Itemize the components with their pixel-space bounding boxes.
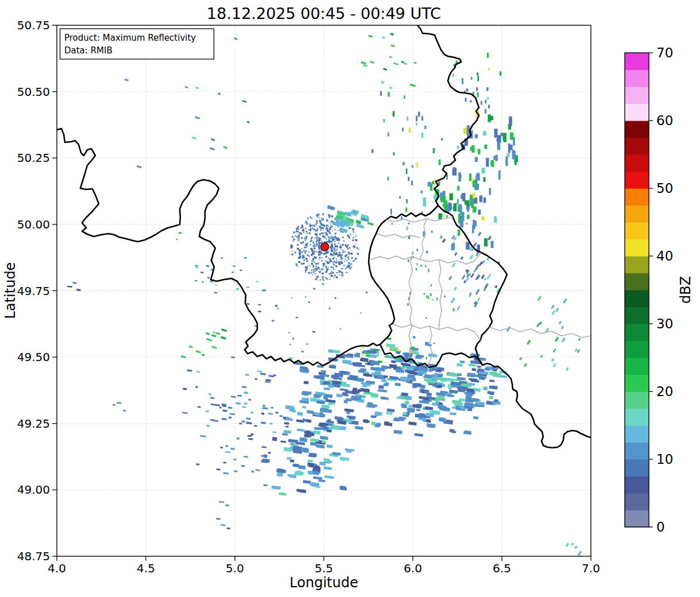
echo-pixel <box>462 81 463 84</box>
echo-pixel <box>471 145 475 153</box>
echo-pixel <box>308 301 310 303</box>
clutter-dot <box>339 246 342 249</box>
echo-pixel <box>466 88 468 91</box>
clutter-dot <box>296 231 297 232</box>
clutter-dot <box>312 224 314 226</box>
clutter-dot <box>329 259 331 261</box>
echo-pixel <box>440 214 443 218</box>
echo-pixel <box>484 177 486 182</box>
clutter-dot <box>339 264 341 265</box>
echo-pixel <box>234 459 237 460</box>
clutter-dot <box>342 244 343 246</box>
echo-pixel <box>446 215 448 218</box>
clutter-dot <box>320 223 321 224</box>
colorbar-segment <box>625 87 649 104</box>
clutter-dot <box>300 258 301 259</box>
clutter-dot <box>341 263 342 264</box>
echo-pixel <box>484 197 486 203</box>
echo-pixel <box>486 158 489 167</box>
clutter-dot <box>320 252 323 254</box>
echo-pixel <box>416 123 417 126</box>
echo-pixel <box>405 207 407 212</box>
clutter-dot <box>338 271 340 273</box>
echo-pixel <box>388 92 389 96</box>
clutter-dot <box>349 247 350 249</box>
clutter-dot <box>335 232 337 234</box>
clutter-dot <box>327 266 328 268</box>
clutter-dot <box>296 236 297 237</box>
clutter-dot <box>326 254 327 255</box>
clutter-dot <box>314 246 315 247</box>
clutter-dot <box>327 252 328 254</box>
clutter-dot <box>313 272 315 273</box>
clutter-dot <box>305 269 307 271</box>
echo-pixel <box>385 382 389 385</box>
echo-pixel <box>355 352 360 356</box>
clutter-dot <box>292 236 293 238</box>
clutter-dot <box>323 280 324 281</box>
clutter-dot <box>334 241 335 242</box>
clutter-dot <box>350 263 352 265</box>
echo-pixel <box>237 437 239 440</box>
clutter-dot <box>322 242 323 243</box>
echo-pixel <box>467 215 470 219</box>
echo-pixel <box>426 317 427 319</box>
clutter-dot <box>342 258 343 259</box>
clutter-dot <box>351 253 353 254</box>
clutter-dot <box>300 252 301 253</box>
clutter-dot <box>315 245 317 246</box>
echo-pixel <box>270 422 273 424</box>
colorbar-segment <box>625 53 649 70</box>
clutter-dot <box>307 246 308 247</box>
clutter-dot <box>349 258 349 259</box>
echo-pixel <box>334 297 337 299</box>
clutter-dot <box>337 249 338 250</box>
echo-pixel <box>292 338 294 339</box>
colorbar-segment <box>625 138 649 155</box>
echo-pixel <box>244 402 247 405</box>
clutter-dot <box>330 224 331 225</box>
clutter-dot <box>349 236 350 238</box>
clutter-dot <box>291 254 293 255</box>
y-tick-label: 49.75 <box>17 284 50 298</box>
echo-pixel <box>436 298 438 300</box>
clutter-dot <box>322 219 323 220</box>
echo-pixel <box>416 268 417 270</box>
clutter-dot <box>356 258 357 259</box>
echo-pixel <box>363 419 368 423</box>
clutter-dot <box>327 236 328 237</box>
clutter-dot <box>319 269 320 270</box>
echo-pixel <box>421 116 423 121</box>
clutter-dot <box>306 260 308 262</box>
clutter-dot <box>311 239 311 240</box>
clutter-dot <box>332 267 334 268</box>
echo-pixel <box>465 98 467 102</box>
echo-pixel <box>478 210 481 215</box>
clutter-dot <box>342 252 343 253</box>
echo-pixel <box>477 92 478 98</box>
clutter-dot <box>302 263 304 265</box>
y-tick-label: 50.00 <box>17 218 50 231</box>
clutter-dot <box>329 279 330 280</box>
clutter-dot <box>311 218 313 219</box>
x-tick-label: 6.5 <box>493 561 511 575</box>
clutter-dot <box>330 227 331 228</box>
echo-pixel <box>307 419 311 422</box>
echo-pixel <box>492 385 497 389</box>
clutter-dot <box>306 247 307 248</box>
clutter-dot <box>336 253 338 255</box>
clutter-dot <box>341 268 342 269</box>
echo-pixel <box>403 412 407 416</box>
colorbar-tick-label: 30 <box>656 316 673 331</box>
echo-pixel <box>423 197 426 207</box>
echo-pixel <box>308 472 312 475</box>
echo-pixel <box>305 296 307 298</box>
clutter-dot <box>331 275 333 277</box>
echo-pixel <box>288 332 289 334</box>
echo-pixel <box>475 184 478 190</box>
echo-pixel <box>416 263 418 265</box>
echo-pixel <box>374 424 380 428</box>
echo-pixel <box>313 288 315 289</box>
echo-pixel <box>113 404 115 406</box>
echo-pixel <box>471 77 473 80</box>
